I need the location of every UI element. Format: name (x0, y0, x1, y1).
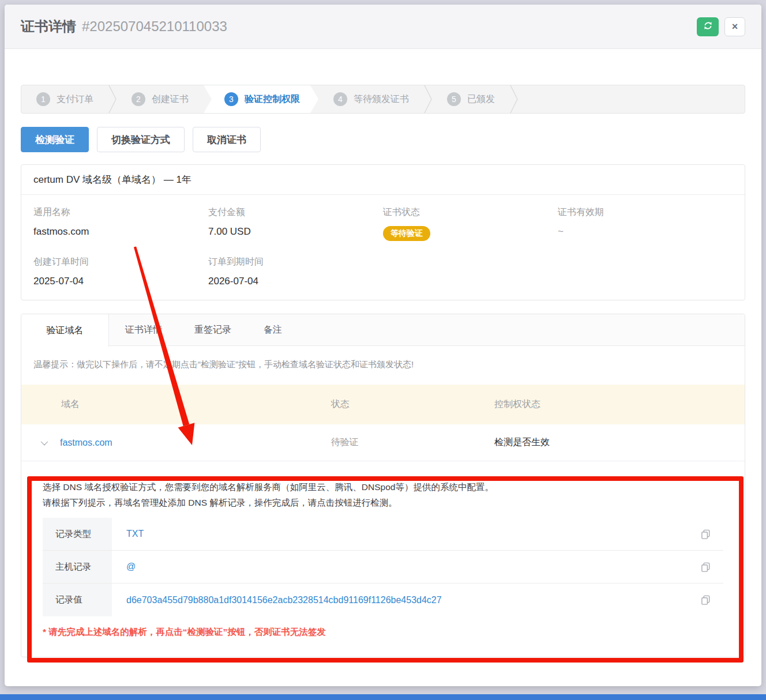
domain-status: 待验证 (331, 436, 494, 449)
field-label: 订单到期时间 (208, 256, 383, 268)
step-create-cert: 2 创建证书 (117, 85, 204, 113)
dns-record-type-row: 记录类型 TXT (43, 518, 723, 551)
step-issued: 5 已颁发 (432, 85, 510, 113)
field-value: 7.00 USD (208, 226, 383, 238)
tab-remarks[interactable]: 备注 (247, 314, 298, 345)
header-actions: × (697, 17, 745, 36)
field-expire-time: 订单到期时间 2026-07-04 (208, 256, 383, 287)
tabs-card: 验证域名 证书详情 重签记录 备注 温馨提示：做完以下操作后，请不定期点击“检测… (21, 314, 745, 657)
step-verify-control: 3 验证控制权限 (204, 85, 318, 113)
step-label: 创建证书 (152, 93, 189, 106)
dns-record-value: d6e703a455d79b880a1df3014156e2acb2328514… (112, 584, 442, 616)
cancel-certificate-button[interactable]: 取消证书 (193, 127, 261, 152)
column-header-control: 控制权状态 (494, 398, 745, 411)
tab-verify-domain[interactable]: 验证域名 (21, 314, 109, 347)
field-amount: 支付金额 7.00 USD (208, 206, 383, 241)
tab-reissue-records[interactable]: 重签记录 (178, 314, 247, 345)
field-label: 证书有效期 (558, 206, 733, 219)
refresh-icon (703, 21, 713, 32)
dns-records-table: 记录类型 TXT 主机记录 (43, 518, 723, 616)
switch-verification-button[interactable]: 切换验证方式 (97, 127, 185, 152)
step-label: 验证控制权限 (245, 93, 300, 106)
step-number: 4 (333, 92, 347, 106)
toolbar: 检测验证 切换验证方式 取消证书 (21, 127, 745, 152)
dns-instruction-line1: 选择 DNS 域名授权验证方式，您需要到您的域名解析服务商（如阿里云、腾讯、DN… (43, 479, 723, 495)
modal-title: 证书详情 (21, 17, 76, 36)
field-value: ~ (558, 226, 733, 238)
modal-header: 证书详情 #202507045210110033 × (5, 5, 761, 49)
copy-icon (700, 599, 711, 607)
dns-record-label: 主机记录 (43, 551, 112, 583)
tab-bar: 验证域名 证书详情 重签记录 备注 (21, 314, 745, 346)
step-separator (510, 85, 518, 113)
step-separator (424, 85, 432, 113)
tab-cert-details[interactable]: 证书详情 (109, 314, 178, 345)
certificate-info-body: 通用名称 fastmos.com 支付金额 7.00 USD 证书状态 等待验证… (21, 195, 745, 300)
order-number: #202507045210110033 (82, 18, 227, 35)
field-cert-status: 证书状态 等待验证 (383, 206, 558, 241)
field-common-name: 通用名称 fastmos.com (33, 206, 208, 241)
product-title: certum DV 域名级（单域名） — 1年 (21, 165, 745, 195)
field-label: 支付金额 (208, 206, 383, 219)
field-label: 创建订单时间 (33, 256, 208, 268)
dns-warning-text: * 请先完成上述域名的解析，再点击“检测验证”按钮，否则证书无法签发 (43, 626, 723, 638)
copy-icon (700, 566, 711, 574)
dns-record-label: 记录值 (43, 584, 112, 616)
tip-text: 温馨提示：做完以下操作后，请不定期点击“检测验证”按钮，手动检查域名验证状态和证… (21, 346, 745, 385)
status-badge: 等待验证 (383, 226, 430, 241)
check-verification-button[interactable]: 检测验证 (21, 127, 89, 152)
step-separator (108, 85, 117, 113)
step-wait-issue: 4 等待颁发证书 (318, 85, 424, 113)
dns-record-label: 记录类型 (43, 518, 112, 550)
modal-body: 1 支付订单 2 创建证书 3 验证控制权限 4 等待颁发证书 5 已颁发 (5, 85, 761, 657)
step-label: 已颁发 (467, 93, 495, 106)
copy-record-type-button[interactable] (700, 529, 711, 540)
field-validity: 证书有效期 ~ (558, 206, 733, 241)
chevron-down-icon[interactable] (41, 438, 48, 446)
dns-record-value: TXT (112, 518, 144, 550)
control-status-action[interactable]: 检测是否生效 (494, 437, 550, 447)
domain-table-row: fastmos.com 待验证 检测是否生效 (21, 424, 745, 461)
field-value: 2026-07-04 (208, 276, 383, 287)
copy-record-value-button[interactable] (700, 594, 711, 605)
copy-host-record-button[interactable] (700, 562, 711, 573)
copy-icon (700, 533, 711, 541)
close-button[interactable]: × (724, 17, 745, 36)
field-label: 通用名称 (33, 206, 208, 219)
step-number: 5 (447, 92, 461, 106)
dns-verification-panel: 选择 DNS 域名授权验证方式，您需要到您的域名解析服务商（如阿里云、腾讯、DN… (21, 461, 745, 657)
dns-instruction-line2: 请根据下列提示，再域名管理处添加 DNS 解析记录，操作完成后，请点击按钮进行检… (43, 495, 723, 510)
column-header-status: 状态 (331, 398, 494, 411)
field-value: fastmos.com (33, 226, 208, 238)
step-pay-order: 1 支付订单 (21, 85, 108, 113)
dns-record-value-row: 记录值 d6e703a455d79b880a1df3014156e2acb232… (43, 584, 723, 616)
step-label: 支付订单 (57, 93, 93, 106)
domain-link[interactable]: fastmos.com (60, 438, 112, 448)
step-number: 2 (132, 92, 145, 106)
domain-table-header: 域名 状态 控制权状态 (21, 385, 745, 424)
step-label: 等待颁发证书 (354, 93, 409, 106)
step-number: 1 (36, 92, 50, 106)
refresh-button[interactable] (697, 17, 719, 36)
column-header-domain: 域名 (21, 398, 331, 411)
dns-record-value: @ (112, 551, 136, 583)
field-value: 2025-07-04 (33, 276, 208, 287)
certificate-info-card: certum DV 域名级（单域名） — 1年 通用名称 fastmos.com… (21, 164, 745, 300)
step-number: 3 (224, 92, 238, 106)
page-footer-bar (0, 694, 766, 700)
dns-host-record-row: 主机记录 @ (43, 551, 723, 584)
close-icon: × (732, 21, 738, 33)
steps-wizard: 1 支付订单 2 创建证书 3 验证控制权限 4 等待颁发证书 5 已颁发 (21, 85, 745, 114)
field-created-time: 创建订单时间 2025-07-04 (33, 256, 208, 287)
certificate-detail-modal: 证书详情 #202507045210110033 × (5, 5, 761, 686)
field-label: 证书状态 (383, 206, 558, 219)
